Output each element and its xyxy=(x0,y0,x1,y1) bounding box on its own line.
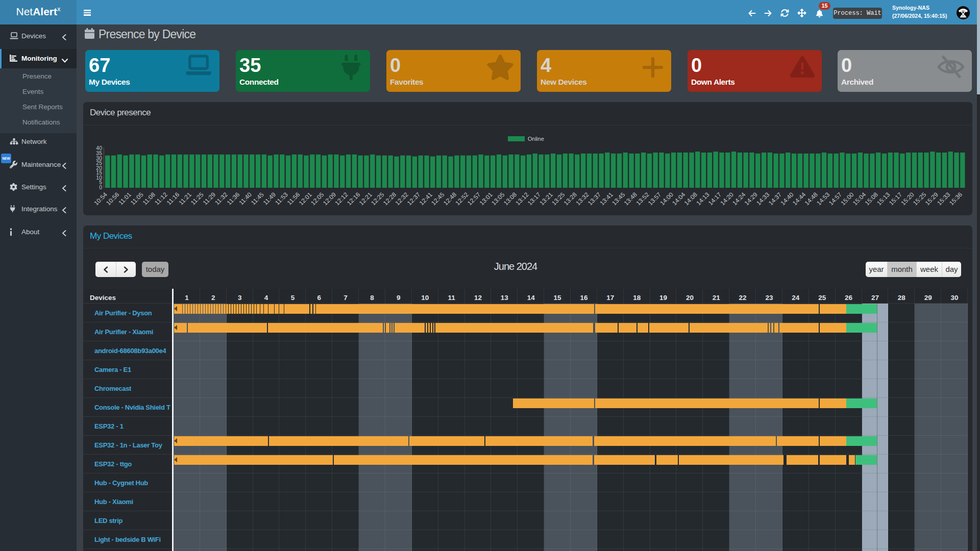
svg-text:15:36: 15:36 xyxy=(948,191,964,207)
svg-text:12:25: 12:25 xyxy=(370,191,385,207)
svg-text:11:05: 11:05 xyxy=(129,191,145,207)
svg-text:13:05: 13:05 xyxy=(490,191,506,207)
svg-text:14:24: 14:24 xyxy=(731,191,747,207)
svg-text:13:21: 13:21 xyxy=(538,191,554,207)
svg-text:15:04: 15:04 xyxy=(851,191,867,207)
svg-text:15:13: 15:13 xyxy=(875,191,891,207)
svg-text:14:20: 14:20 xyxy=(719,191,735,207)
svg-text:15:17: 15:17 xyxy=(888,191,903,207)
svg-text:13:25: 13:25 xyxy=(550,191,566,207)
svg-text:12:09: 12:09 xyxy=(322,191,337,207)
svg-text:12:01: 12:01 xyxy=(298,191,313,207)
svg-text:12:32: 12:32 xyxy=(394,191,409,207)
svg-text:14:00: 14:00 xyxy=(659,191,675,207)
svg-text:13:32: 13:32 xyxy=(574,191,590,207)
svg-text:10:56: 10:56 xyxy=(105,191,120,207)
svg-text:13:12: 13:12 xyxy=(514,191,530,207)
svg-text:11:32: 11:32 xyxy=(213,191,229,207)
svg-text:15:25: 15:25 xyxy=(912,191,927,207)
svg-text:10:54: 10:54 xyxy=(93,191,109,207)
svg-text:12:37: 12:37 xyxy=(406,191,422,207)
svg-text:14:40: 14:40 xyxy=(779,191,795,207)
svg-text:11:25: 11:25 xyxy=(189,191,205,207)
svg-text:15:20: 15:20 xyxy=(899,191,915,207)
svg-text:15:08: 15:08 xyxy=(864,191,879,207)
svg-text:11:01: 11:01 xyxy=(117,191,133,207)
svg-text:11:56: 11:56 xyxy=(286,191,302,207)
svg-text:15:00: 15:00 xyxy=(839,191,855,207)
svg-text:0: 0 xyxy=(99,184,102,190)
svg-text:11:36: 11:36 xyxy=(226,191,241,207)
svg-text:11:29: 11:29 xyxy=(202,191,217,207)
svg-text:12:57: 12:57 xyxy=(466,191,482,207)
svg-text:12:21: 12:21 xyxy=(358,191,374,207)
svg-text:12:52: 12:52 xyxy=(454,191,470,207)
svg-text:13:41: 13:41 xyxy=(599,191,615,207)
svg-text:11:08: 11:08 xyxy=(141,191,157,207)
svg-text:12:45: 12:45 xyxy=(430,191,446,207)
svg-text:13:48: 13:48 xyxy=(623,191,639,207)
svg-text:14:37: 14:37 xyxy=(767,191,783,207)
svg-text:Online: Online xyxy=(528,136,544,142)
svg-text:14:29: 14:29 xyxy=(743,191,759,207)
svg-text:11:40: 11:40 xyxy=(237,191,253,207)
svg-text:12:05: 12:05 xyxy=(309,191,325,207)
svg-text:12:16: 12:16 xyxy=(346,191,361,207)
svg-text:14:48: 14:48 xyxy=(803,191,819,207)
svg-text:13:17: 13:17 xyxy=(526,191,542,207)
svg-text:13:08: 13:08 xyxy=(502,191,518,207)
svg-text:13:01: 13:01 xyxy=(478,191,494,207)
svg-text:11:12: 11:12 xyxy=(153,191,169,207)
svg-text:12:12: 12:12 xyxy=(333,191,349,207)
svg-text:14:44: 14:44 xyxy=(791,191,807,207)
svg-text:11:49: 11:49 xyxy=(262,191,278,207)
svg-text:14:33: 14:33 xyxy=(755,191,771,207)
svg-text:11:21: 11:21 xyxy=(177,191,193,207)
svg-text:11:16: 11:16 xyxy=(165,191,181,207)
svg-text:14:08: 14:08 xyxy=(683,191,699,207)
svg-text:14:53: 14:53 xyxy=(815,191,831,207)
svg-text:11:45: 11:45 xyxy=(250,191,265,207)
svg-text:13:37: 13:37 xyxy=(586,191,602,207)
svg-text:14:13: 14:13 xyxy=(695,191,710,207)
svg-text:12:48: 12:48 xyxy=(442,191,458,207)
svg-text:11:53: 11:53 xyxy=(274,191,289,207)
svg-text:12:28: 12:28 xyxy=(382,191,398,207)
svg-text:13:52: 13:52 xyxy=(634,191,650,207)
svg-text:13:28: 13:28 xyxy=(562,191,578,207)
svg-text:12:41: 12:41 xyxy=(418,191,434,207)
svg-text:14:57: 14:57 xyxy=(827,191,843,207)
svg-text:13:45: 13:45 xyxy=(610,191,626,207)
svg-text:15:29: 15:29 xyxy=(924,191,940,207)
svg-text:14:04: 14:04 xyxy=(671,191,687,207)
svg-text:13:57: 13:57 xyxy=(647,191,663,207)
svg-text:14:17: 14:17 xyxy=(707,191,723,207)
svg-text:15:33: 15:33 xyxy=(936,191,951,207)
